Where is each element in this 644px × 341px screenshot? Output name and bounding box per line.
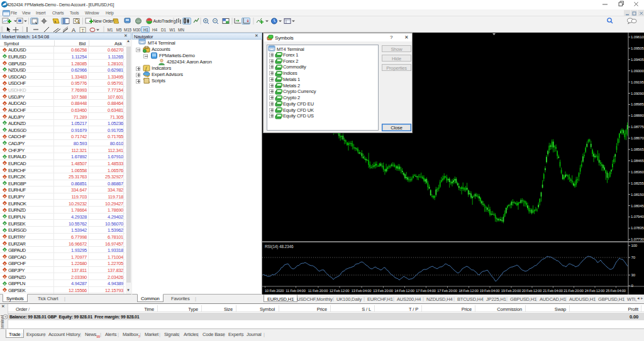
svg-text:13 Feb 20:00: 13 Feb 20:00 [373, 289, 393, 293]
svg-text:17 Feb 20:00: 17 Feb 20:00 [437, 289, 457, 293]
svg-text:20 Feb 12:00: 20 Feb 12:00 [522, 289, 542, 293]
svg-text:21 Feb 04:00: 21 Feb 04:00 [543, 289, 563, 293]
svg-text:17 Feb 04:00: 17 Feb 04:00 [416, 289, 436, 293]
svg-text:1.09090: 1.09090 [631, 92, 644, 95]
svg-text:1.08775: 1.08775 [631, 125, 644, 129]
svg-text:1.08045: 1.08045 [631, 204, 644, 208]
svg-text:1.08670: 1.08670 [631, 136, 644, 140]
svg-text:1.08985: 1.08985 [631, 102, 644, 106]
svg-text:1.08565: 1.08565 [631, 148, 644, 151]
svg-text:19 Feb 04:00: 19 Feb 04:00 [480, 289, 500, 293]
svg-text:11 Feb 04:00: 11 Feb 04:00 [286, 289, 305, 293]
svg-text:1.08465: 1.08465 [631, 159, 644, 163]
svg-text:RSI(14) 48.2346: RSI(14) 48.2346 [265, 244, 294, 249]
svg-text:18 Feb 12:00: 18 Feb 12:00 [458, 289, 479, 293]
svg-text:1.08880: 1.08880 [631, 114, 644, 117]
svg-text:21 Feb 20:00: 21 Feb 20:00 [564, 289, 584, 293]
svg-text:12 Feb 12:00: 12 Feb 12:00 [330, 289, 350, 293]
svg-text:1.09610: 1.09610 [631, 35, 644, 39]
svg-text:1.08255: 1.08255 [631, 181, 644, 185]
svg-text:1.08150: 1.08150 [631, 193, 644, 197]
svg-text:11 Feb 20:00: 11 Feb 20:00 [308, 289, 328, 293]
svg-text:1.09300: 1.09300 [631, 69, 644, 73]
svg-text:19 Feb 20:00: 19 Feb 20:00 [501, 289, 521, 293]
svg-text:1.08360: 1.08360 [631, 170, 644, 174]
svg-text:1.07940: 1.07940 [631, 215, 644, 219]
svg-text:24 Feb 12:00: 24 Feb 12:00 [585, 289, 605, 293]
svg-text:25 Feb 04:00: 25 Feb 04:00 [606, 289, 626, 293]
svg-text:70: 70 [631, 256, 636, 259]
svg-text:10 Feb 2020: 10 Feb 2020 [265, 289, 284, 293]
svg-text:100: 100 [631, 244, 638, 247]
svg-text:1.07730: 1.07730 [631, 237, 644, 241]
svg-text:1.09405: 1.09405 [631, 58, 644, 62]
svg-text:13 Feb 04:00: 13 Feb 04:00 [352, 289, 372, 293]
svg-text:1.07835: 1.07835 [631, 226, 644, 230]
svg-text:30: 30 [631, 273, 636, 277]
svg-text:1.09195: 1.09195 [631, 80, 644, 84]
svg-text:1.09505: 1.09505 [631, 46, 644, 50]
svg-text:14 Feb 12:00: 14 Feb 12:00 [394, 289, 414, 293]
